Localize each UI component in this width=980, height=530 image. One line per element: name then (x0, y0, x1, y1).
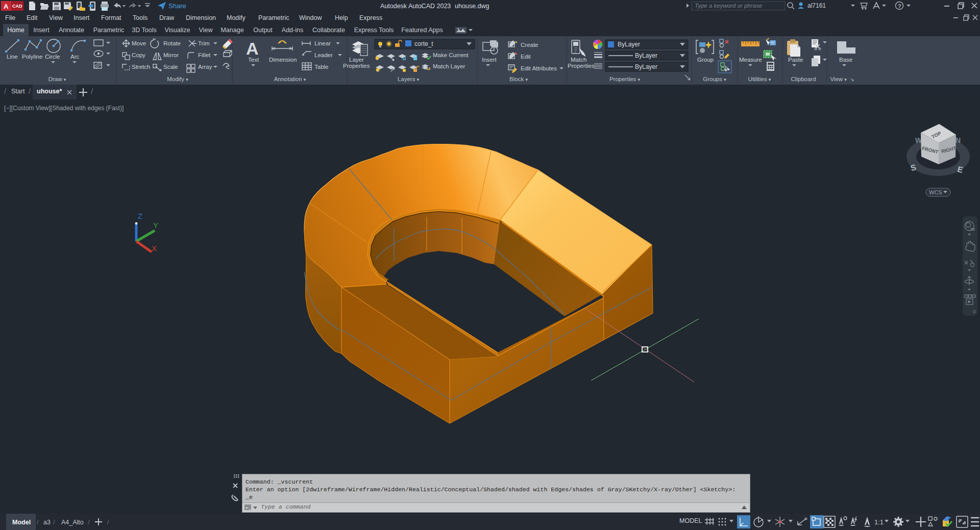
svg-text:Arc: Arc (70, 54, 80, 60)
svg-text:Copy: Copy (132, 52, 145, 58)
svg-text:WCS: WCS (929, 189, 942, 195)
svg-text:▸_: ▸_ (246, 506, 251, 511)
svg-text:ByLayer: ByLayer (618, 41, 640, 48)
svg-text:al7161: al7161 (807, 2, 826, 9)
svg-text:Linear: Linear (314, 40, 331, 46)
svg-text:Array: Array (198, 64, 212, 70)
svg-text:Table: Table (314, 64, 329, 70)
svg-text:Mirror: Mirror (163, 52, 179, 58)
svg-text:Type a keyword or phrase: Type a keyword or phrase (695, 3, 762, 9)
svg-text:Stretch: Stretch (132, 64, 150, 70)
svg-text:CAD: CAD (12, 4, 22, 9)
svg-text:X: X (152, 244, 157, 253)
svg-text:Z: Z (138, 212, 142, 220)
svg-text:Dimension: Dimension (269, 57, 297, 63)
svg-text:Trim: Trim (198, 40, 210, 46)
svg-text:Make Current: Make Current (433, 52, 469, 58)
svg-text:Create: Create (521, 42, 538, 48)
svg-text:Match Layer: Match Layer (433, 63, 465, 69)
svg-text:2D: 2D (970, 228, 975, 231)
svg-text:Line: Line (7, 54, 18, 60)
svg-text:Base: Base (839, 57, 852, 63)
svg-text:Layer: Layer (349, 57, 364, 63)
svg-text:Properties: Properties (343, 63, 370, 69)
svg-text:uhouse.dwg: uhouse.dwg (455, 3, 489, 10)
svg-text:N: N (955, 136, 961, 144)
svg-text:Edit Attributes: Edit Attributes (521, 65, 557, 71)
svg-text:ByLayer: ByLayer (635, 52, 657, 59)
svg-text:1:1: 1:1 (874, 518, 884, 526)
svg-text:Rotate: Rotate (163, 40, 181, 46)
svg-text:Polyline: Polyline (22, 54, 42, 60)
svg-text:A: A (4, 3, 9, 10)
svg-text:Move: Move (132, 40, 146, 46)
svg-text:?: ? (898, 3, 901, 9)
svg-text:Circle: Circle (45, 54, 60, 60)
svg-text:Text: Text (248, 57, 259, 63)
svg-text:corte_t: corte_t (414, 40, 433, 47)
svg-text:Y: Y (153, 221, 158, 230)
svg-text:ByLayer: ByLayer (635, 63, 657, 70)
svg-text:Scale: Scale (163, 64, 178, 70)
svg-text:Autodesk AutoCAD 2023: Autodesk AutoCAD 2023 (380, 3, 451, 10)
svg-text:Properties: Properties (568, 63, 595, 69)
svg-text:Group: Group (697, 57, 714, 63)
svg-text:Measure: Measure (739, 57, 762, 63)
svg-text:Edit: Edit (521, 54, 531, 60)
svg-text:A: A (246, 39, 259, 58)
svg-text:Match: Match (571, 57, 586, 63)
svg-text:Insert: Insert (482, 57, 497, 63)
svg-text:Leader: Leader (314, 52, 333, 58)
svg-text:Share: Share (168, 2, 186, 10)
svg-text:Paste: Paste (788, 57, 803, 63)
svg-text:Fillet: Fillet (198, 52, 211, 58)
